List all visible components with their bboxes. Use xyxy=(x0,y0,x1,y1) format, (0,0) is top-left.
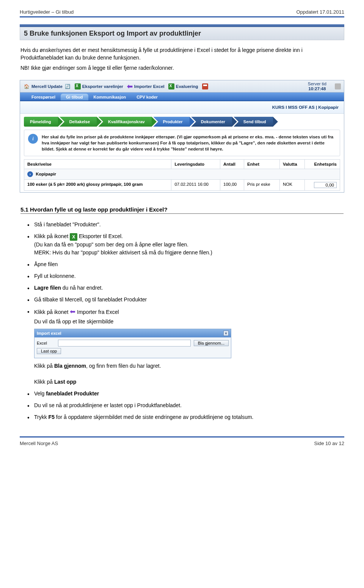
page-header: Hurtigveileder – Gi tilbud Oppdatert 17.… xyxy=(20,9,344,15)
toolbar-update-label: Mercell Update xyxy=(31,84,63,89)
excel-icon xyxy=(168,83,174,89)
text: , og finn frem filen du har lagret. xyxy=(86,363,161,369)
dialog-title: Import excel xyxy=(37,330,61,337)
toolbar-print[interactable] xyxy=(335,83,341,89)
info-text: Her skal du fylle inn priser på de produ… xyxy=(42,134,336,152)
info-panel: i Her skal du fylle inn priser på de pro… xyxy=(24,130,340,156)
price-input[interactable]: 0,00 xyxy=(314,182,337,188)
excel-icon xyxy=(75,83,81,89)
toolbar-export[interactable]: Eksporter varelinjer xyxy=(75,83,123,89)
breadcrumb-title: KURS I MSS OFF AS | Kopipapir xyxy=(20,101,344,114)
text: Klikk på xyxy=(34,363,54,369)
toolbar-eval-label: Evaluering xyxy=(176,84,198,89)
tab-kommunikasjon[interactable]: Kommunikasjon xyxy=(88,94,132,100)
server-time: Server tid 10:27:48 xyxy=(308,82,328,91)
dialog-field-label: Excel xyxy=(37,340,55,347)
group-name: Kopipapir xyxy=(36,172,56,176)
printer-icon xyxy=(335,83,341,89)
header-rule xyxy=(20,16,344,17)
product-table: Beskrivelse Leveringsdato Antall Enhet V… xyxy=(24,159,340,191)
cell-antall: 100,00 xyxy=(220,180,244,191)
instruction-list: Stå i fanebladet "Produkter". Klikk på i… xyxy=(20,221,344,421)
section-5-para-2: NB! Ikke gjør endringer som å legge til … xyxy=(20,64,344,72)
text: Klikk på ikonet xyxy=(34,309,68,315)
cell-leveringsdato: 07.02.2011 16:00 xyxy=(171,180,220,191)
step-kvalifikasjonskrav[interactable]: Kvalifikasjonskrav xyxy=(98,117,152,127)
list-item: Klikk på ikonet X Eksporter til Excel. (… xyxy=(34,232,344,256)
cell-beskrivelse: 100 esker (á 5 pk= 2000 ark) glossy prin… xyxy=(27,182,143,187)
toolbar-evaluering[interactable]: Evaluering xyxy=(168,83,198,89)
list-item: Fyll ut kolonnene. xyxy=(34,272,344,280)
list-item: Lagre filen du nå har endret. xyxy=(34,284,344,292)
subsection-rule xyxy=(20,213,344,214)
footer-right: Side 10 av 12 xyxy=(314,441,344,446)
house-icon: 🏠 xyxy=(23,83,30,90)
import-arrow-icon: ⬅ xyxy=(127,82,133,91)
text: Klikk på ikonet xyxy=(34,233,68,239)
list-item: Velg fanebladet Produkter xyxy=(34,390,344,398)
text-bold: Lagre filen xyxy=(34,285,61,291)
browse-button[interactable]: Bla gjennom... xyxy=(194,340,229,346)
section-accent xyxy=(20,24,344,27)
screenshot-products: 🏠 Mercell Update 🔄 Eksporter varelinjer … xyxy=(20,80,344,193)
info-icon: i xyxy=(28,134,38,144)
text: Velg xyxy=(34,390,46,397)
file-path-input[interactable] xyxy=(58,340,191,347)
header-right: Oppdatert 17.01.2011 xyxy=(297,9,345,15)
section-5-title: 5 Bruke funksjonen Eksport og Import av … xyxy=(20,27,344,40)
list-item: Åpne filen xyxy=(34,260,344,268)
tab-gi-tilbud[interactable]: Gi tilbud xyxy=(61,94,88,100)
text: du nå har endret. xyxy=(61,285,103,291)
toolbar-import[interactable]: ⬅ Importer Excel xyxy=(127,82,165,91)
col-leveringsdato: Leveringsdato xyxy=(171,160,220,169)
step-deltakelse[interactable]: Deltakelse xyxy=(60,117,97,127)
footer-rule xyxy=(20,436,344,437)
text: (Du kan da få en "popup" som ber deg om … xyxy=(34,241,188,248)
list-item: Du vil se nå at produktlinjene er lastet… xyxy=(34,401,344,409)
server-time-value: 10:27:48 xyxy=(308,86,326,91)
list-item: Klikk på ikonet ⬅ Importer fra Excel Du … xyxy=(34,307,344,386)
tab-cpv-koder[interactable]: CPV koder xyxy=(131,94,163,100)
step-produkter[interactable]: Produkter xyxy=(153,117,190,127)
import-dialog: Import excel × Excel Bla gjennom... Last… xyxy=(34,329,231,359)
col-enhetspris: Enhetspris xyxy=(304,160,340,169)
col-valutta: Valutta xyxy=(279,160,304,169)
col-antall: Antall xyxy=(220,160,244,169)
list-item: Stå i fanebladet "Produkter". xyxy=(34,221,344,229)
save-icon xyxy=(202,83,208,89)
cell-enhet: Pris pr eske xyxy=(244,180,280,191)
close-icon[interactable]: × xyxy=(223,331,229,336)
table-group-row[interactable]: › Kopipapir xyxy=(24,169,340,180)
text: Du vil da få opp et lite skjermbilde xyxy=(34,318,113,325)
text: Klikk på xyxy=(34,379,54,385)
toolbar: 🏠 Mercell Update 🔄 Eksporter varelinjer … xyxy=(20,80,344,93)
step-send-tilbud[interactable]: Send tilbud xyxy=(234,117,273,127)
text-bold: Last opp xyxy=(54,379,76,385)
page-footer: Mercell Norge AS Side 10 av 12 xyxy=(20,436,344,449)
header-left: Hurtigveileder – Gi tilbud xyxy=(20,9,74,15)
step-dokumenter[interactable]: Dokumenter xyxy=(191,117,232,127)
toolbar-mercell-update[interactable]: 🏠 Mercell Update 🔄 xyxy=(23,83,71,90)
main-tabs: Forespørsel Gi tilbud Kommunikasjon CPV … xyxy=(20,93,344,101)
tab-foresporsel[interactable]: Forespørsel xyxy=(26,94,61,100)
cell-enhetspris: 0,00 xyxy=(304,180,340,191)
text-bold: Bla gjennom xyxy=(54,363,86,369)
text-bold: fanebladet Produkter xyxy=(46,390,99,397)
cell-valutta: NOK xyxy=(279,180,304,191)
toolbar-export-label: Eksporter varelinjer xyxy=(82,84,123,89)
text-bold: F5 xyxy=(49,414,55,420)
import-arrow-icon: ⬅ xyxy=(70,307,75,317)
list-item: Trykk F5 for å oppdatere skjermbildet me… xyxy=(34,413,344,421)
toolbar-save[interactable] xyxy=(202,83,208,89)
col-beskrivelse: Beskrivelse xyxy=(24,160,171,169)
excel-icon: X xyxy=(70,233,77,241)
upload-button[interactable]: Last opp xyxy=(37,348,61,354)
server-time-label: Server tid xyxy=(308,82,326,86)
dialog-titlebar: Import excel × xyxy=(35,329,231,338)
chevron-right-icon: › xyxy=(27,171,33,177)
refresh-icon: 🔄 xyxy=(64,83,71,90)
table-row: 100 esker (á 5 pk= 2000 ark) glossy prin… xyxy=(24,180,340,191)
text: MERK: Hvis du har "popup" blokker aktivi… xyxy=(34,249,212,256)
step-pamelding[interactable]: Påmelding xyxy=(24,117,58,127)
col-enhet: Enhet xyxy=(244,160,280,169)
